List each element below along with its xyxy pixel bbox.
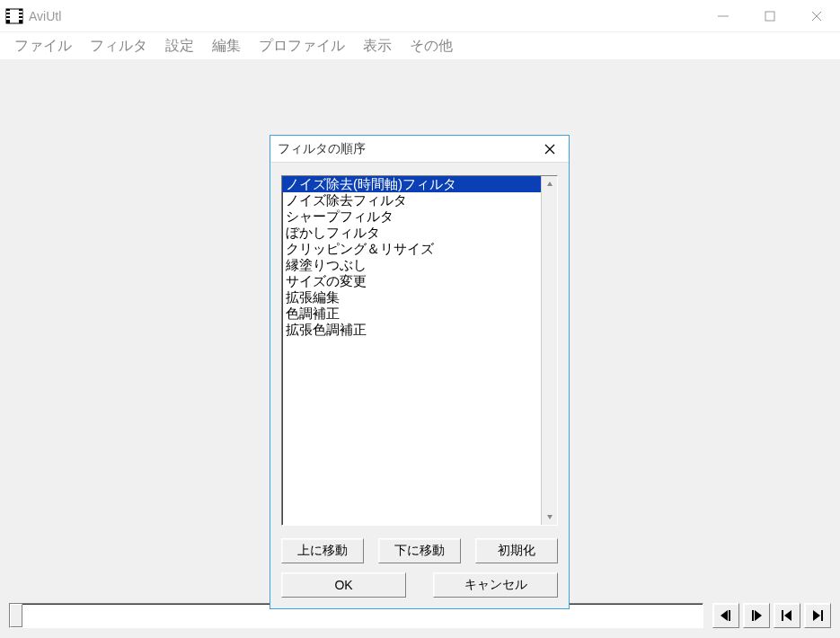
list-item[interactable]: 色調補正	[282, 306, 541, 322]
move-up-button[interactable]: 上に移動	[281, 538, 364, 563]
go-start-button[interactable]	[774, 603, 800, 628]
filter-listbox[interactable]: ノイズ除去(時間軸)フィルタノイズ除去フィルタシャープフィルタぼかしフィルタクリ…	[281, 175, 558, 526]
scroll-up-icon[interactable]	[542, 176, 557, 192]
window-controls	[700, 0, 840, 32]
svg-marker-19	[813, 610, 820, 621]
list-item[interactable]: サイズの変更	[282, 273, 541, 289]
svg-marker-18	[784, 610, 791, 621]
list-item[interactable]: 拡張編集	[282, 289, 541, 306]
transport-controls	[712, 603, 831, 628]
list-item[interactable]: クリッピング＆リサイズ	[282, 241, 541, 257]
filter-order-dialog: フィルタの順序 ノイズ除去(時間軸)フィルタノイズ除去フィルタシャープフィルタぼ…	[270, 135, 570, 609]
dialog-titlebar: フィルタの順序	[270, 136, 569, 163]
main-titlebar: AviUtl	[0, 0, 840, 32]
titlebar-left: AviUtl	[5, 8, 61, 24]
list-item[interactable]: ぼかしフィルタ	[282, 225, 541, 241]
dialog-body: ノイズ除去(時間軸)フィルタノイズ除去フィルタシャープフィルタぼかしフィルタクリ…	[270, 163, 569, 608]
svg-rect-17	[782, 610, 783, 621]
move-down-button[interactable]: 下に移動	[378, 538, 461, 563]
seek-thumb[interactable]	[10, 604, 22, 627]
menu-settings[interactable]: 設定	[156, 33, 203, 59]
svg-rect-20	[821, 610, 823, 621]
dialog-button-row-2: OK キャンセル	[281, 572, 558, 598]
next-frame-button[interactable]	[743, 603, 770, 628]
menubar: ファイル フィルタ 設定 編集 プロファイル 表示 その他	[0, 32, 840, 59]
minimize-button[interactable]	[700, 0, 747, 32]
app-icon	[5, 8, 23, 24]
maximize-button[interactable]	[747, 0, 793, 32]
app-title: AviUtl	[29, 9, 61, 23]
listbox-scrollbar[interactable]	[541, 176, 557, 525]
scroll-down-icon[interactable]	[542, 509, 557, 525]
list-item[interactable]: シャープフィルタ	[282, 208, 541, 225]
menu-other[interactable]: その他	[401, 33, 462, 59]
svg-rect-15	[752, 610, 754, 621]
cancel-button[interactable]: キャンセル	[433, 572, 558, 598]
menu-file[interactable]: ファイル	[5, 33, 81, 59]
dialog-title-text: フィルタの順序	[278, 141, 366, 157]
content-area: フィルタの順序 ノイズ除去(時間軸)フィルタノイズ除去フィルタシャープフィルタぼ…	[0, 59, 840, 638]
reset-button[interactable]: 初期化	[475, 538, 558, 563]
close-button[interactable]	[793, 0, 840, 32]
go-end-button[interactable]	[804, 603, 831, 628]
svg-rect-14	[729, 610, 730, 621]
prev-frame-button[interactable]	[712, 603, 739, 628]
list-item[interactable]: 拡張色調補正	[282, 322, 541, 338]
menu-edit[interactable]: 編集	[203, 33, 250, 59]
svg-marker-16	[755, 610, 762, 621]
svg-marker-13	[721, 610, 728, 621]
list-item[interactable]: 縁塗りつぶし	[282, 257, 541, 273]
svg-marker-24	[547, 515, 553, 519]
ok-button[interactable]: OK	[281, 572, 406, 598]
svg-rect-8	[19, 18, 22, 20]
svg-rect-3	[6, 11, 10, 13]
svg-rect-4	[6, 14, 10, 16]
dialog-close-button[interactable]	[538, 137, 561, 161]
list-item[interactable]: ノイズ除去フィルタ	[282, 192, 541, 208]
menu-view[interactable]: 表示	[354, 33, 401, 59]
menu-profile[interactable]: プロファイル	[250, 33, 354, 59]
dialog-button-row-1: 上に移動 下に移動 初期化	[281, 538, 558, 563]
svg-rect-6	[19, 11, 22, 13]
svg-marker-23	[547, 182, 553, 186]
list-item[interactable]: ノイズ除去(時間軸)フィルタ	[282, 176, 541, 192]
svg-rect-5	[6, 18, 10, 20]
svg-rect-10	[765, 12, 774, 21]
menu-filter[interactable]: フィルタ	[81, 33, 156, 59]
svg-rect-7	[19, 14, 22, 16]
